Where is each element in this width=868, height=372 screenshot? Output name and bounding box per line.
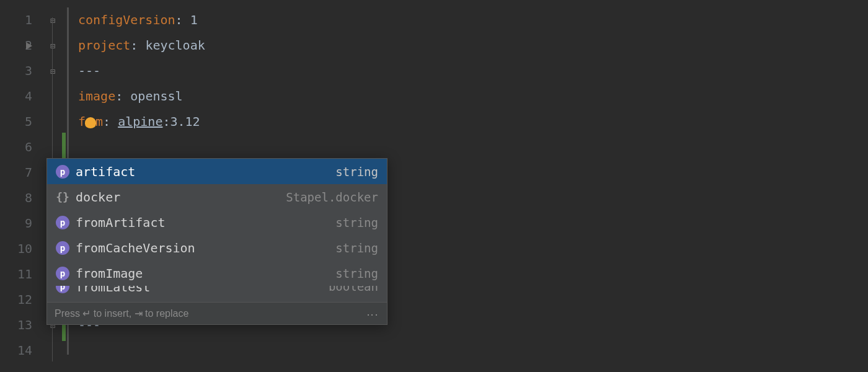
autocomplete-item-label: fromCacheVersion xyxy=(76,241,335,255)
line-number: 13 xyxy=(0,312,43,338)
autocomplete-item[interactable]: pfromArtifactstring xyxy=(47,210,387,235)
line-number: 6 xyxy=(0,135,43,160)
line-number: 10 xyxy=(0,236,43,262)
autocomplete-hint: Press ↵ to insert, ⇥ to replace xyxy=(55,308,188,319)
property-icon: p xyxy=(56,241,69,255)
change-marker xyxy=(62,133,66,161)
line-number: 3 xyxy=(0,58,43,84)
fold-toggle-icon[interactable]: ⊟ xyxy=(43,58,62,84)
line-number: 4 xyxy=(0,84,43,109)
property-icon: p xyxy=(56,216,69,229)
line-number: 2 xyxy=(0,33,43,58)
autocomplete-item-label: artifact xyxy=(76,164,335,179)
autocomplete-item-type: string xyxy=(335,165,378,179)
autocomplete-item-type: Stapel.docker xyxy=(286,190,378,204)
code-line[interactable]: configVersion: 1 xyxy=(62,7,868,33)
fold-toggle-icon[interactable]: ⊟ xyxy=(43,33,62,58)
line-number-gutter: 1 2 3 4 5 6 7 8 9 10 11 12 13 14 xyxy=(0,0,43,372)
autocomplete-item[interactable]: partifactstring xyxy=(47,159,387,184)
autocomplete-item[interactable]: pfromCacheVersionstring xyxy=(47,235,387,260)
line-number: 7 xyxy=(0,160,43,185)
line-number: 8 xyxy=(0,185,43,211)
autocomplete-item-label: fromImage xyxy=(76,266,335,281)
autocomplete-item-label: fromLatest xyxy=(76,286,329,294)
line-number: 5 xyxy=(0,109,43,135)
code-line[interactable]: fm: alpine:3.12 xyxy=(62,109,868,135)
code-line[interactable]: project: keycloak xyxy=(62,33,868,58)
autocomplete-item-type: string xyxy=(335,241,378,255)
property-icon: p xyxy=(56,267,69,280)
code-line[interactable]: image: openssl xyxy=(62,84,868,109)
fold-toggle-icon[interactable]: ⊟ xyxy=(43,7,62,33)
autocomplete-item-label: fromArtifact xyxy=(76,215,335,230)
autocomplete-item[interactable]: {}dockerStapel.docker xyxy=(47,184,387,210)
code-line[interactable]: --- xyxy=(62,58,868,84)
line-number: 11 xyxy=(0,262,43,287)
run-line-icon[interactable] xyxy=(26,42,32,50)
property-icon: p xyxy=(56,165,69,179)
line-number: 1 xyxy=(0,7,43,33)
property-icon: p xyxy=(56,286,69,293)
line-number: 14 xyxy=(0,338,43,363)
code-line[interactable] xyxy=(62,338,868,363)
autocomplete-item-type: boolean xyxy=(329,286,378,293)
object-icon: {} xyxy=(56,190,69,204)
autocomplete-popup[interactable]: partifactstring{}dockerStapel.dockerpfro… xyxy=(46,158,388,325)
autocomplete-item[interactable]: pfromImagestring xyxy=(47,260,387,286)
autocomplete-item[interactable]: pfromLatestboolean xyxy=(47,286,387,302)
autocomplete-item-type: string xyxy=(335,267,378,280)
autocomplete-item-type: string xyxy=(335,216,378,229)
line-number: 9 xyxy=(0,211,43,236)
intention-bulb-icon[interactable] xyxy=(85,117,96,128)
line-number: 12 xyxy=(0,287,43,312)
more-options-icon[interactable]: ⋮ xyxy=(366,309,379,318)
code-line[interactable] xyxy=(62,135,868,160)
autocomplete-footer: Press ↵ to insert, ⇥ to replace ⋮ xyxy=(47,302,387,324)
autocomplete-item-label: docker xyxy=(76,190,286,205)
